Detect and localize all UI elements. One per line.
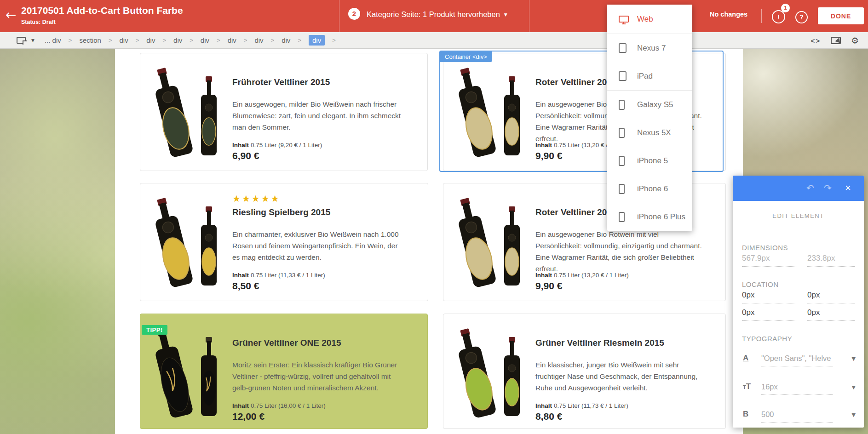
breadcrumb-node[interactable]: div: [146, 36, 155, 44]
tablet-icon: [619, 43, 627, 53]
chevron-down-icon[interactable]: ▼: [852, 356, 856, 362]
product-description[interactable]: Ein ausgewogen, milder Bio Weißwein nach…: [232, 98, 401, 133]
chevron-right-icon: >: [332, 37, 336, 44]
product-title[interactable]: Roter Veltliner 2015: [535, 207, 616, 217]
divider: [339, 0, 339, 32]
chevron-right-icon: >: [271, 37, 275, 44]
inspect-element-icon[interactable]: [831, 37, 841, 44]
back-button[interactable]: ←: [6, 7, 16, 23]
changes-status: No changes: [710, 11, 747, 18]
typography-section-label: TYPOGRAPHY: [742, 335, 792, 343]
device-label: iPhone 6 Plus: [637, 212, 685, 222]
rating-stars-icon: ★★★★★: [232, 193, 281, 204]
location-y-input[interactable]: 0px: [807, 291, 855, 303]
product-description[interactable]: Moritz sein Erster: Ein klassisch kräfti…: [232, 359, 397, 394]
font-family-select[interactable]: "Open Sans", "Helve: [761, 354, 833, 366]
breadcrumb-node[interactable]: div: [254, 36, 263, 44]
code-editor-icon[interactable]: <>: [811, 37, 821, 45]
select-mode-icon[interactable]: [17, 37, 26, 44]
chevron-right-icon: >: [69, 37, 72, 44]
font-weight-row: B 500 ▼: [733, 409, 864, 423]
location-section-label: LOCATION: [742, 280, 779, 288]
product-price[interactable]: 8,80 €: [535, 411, 562, 422]
breadcrumb-node[interactable]: div: [282, 36, 290, 44]
font-size-select[interactable]: 16px: [761, 383, 833, 395]
close-icon[interactable]: ×: [845, 182, 851, 194]
meta-label: Inhalt: [232, 142, 249, 148]
breadcrumb-node[interactable]: div: [120, 36, 128, 44]
product-meta: Inhalt0.75 Liter (11,73 € / 1 Liter): [535, 402, 628, 409]
product-card-highlighted[interactable]: TIPP! Grüner Veltliner ONE 2015 Moritz s…: [140, 314, 428, 429]
meta-value: 0.75 Liter (13,20 € / 1 Liter): [554, 272, 629, 279]
product-card[interactable]: Grüner Veltliner Riesmein 2015 Ein klass…: [443, 314, 726, 429]
chevron-right-icon: >: [190, 37, 193, 44]
product-price[interactable]: 9,90 €: [535, 280, 562, 291]
wine-bottles-image: [144, 326, 231, 423]
chevron-down-icon[interactable]: ▼: [852, 412, 856, 418]
device-option-iphone-5[interactable]: iPhone 5: [607, 147, 692, 175]
product-meta: Inhalt0.75 Liter (16,00 € / 1 Liter): [232, 402, 326, 409]
device-option-iphone-6[interactable]: iPhone 6: [607, 175, 692, 203]
location-x2-input[interactable]: 0px: [742, 308, 797, 321]
redo-icon[interactable]: ↷: [824, 182, 832, 194]
product-meta: Inhalt0.75 Liter (13,20 € / 1 Liter): [535, 272, 629, 279]
device-option-galaxy-s5[interactable]: Galaxy S5: [607, 91, 692, 119]
product-description[interactable]: Ein ausgewogener Bio Rotwein mit viel Pe…: [535, 228, 702, 274]
wine-bottles-image: [447, 195, 535, 292]
breadcrumb-toolbar: <> ⚙: [811, 32, 859, 49]
product-card[interactable]: Frühroter Veltliner 2015 Ein ausgewogen,…: [140, 53, 428, 171]
location-y2-input[interactable]: 0px: [807, 308, 855, 321]
notification-count-badge: 1: [781, 4, 790, 12]
device-option-iphone-6-plus[interactable]: iPhone 6 Plus: [607, 203, 692, 231]
product-title[interactable]: Frühroter Veltliner 2015: [232, 77, 330, 87]
breadcrumb-node[interactable]: ... div: [45, 36, 61, 44]
product-title[interactable]: Riesling Spielberg 2015: [232, 207, 330, 217]
breadcrumb-node[interactable]: div: [173, 36, 182, 44]
chevron-down-icon[interactable]: ▼: [31, 38, 34, 43]
breadcrumb-node-active[interactable]: div: [309, 35, 325, 46]
device-label: iPhone 5: [637, 156, 668, 166]
wine-bottles-image: [144, 195, 231, 292]
tablet-icon: [619, 71, 627, 81]
device-option-nexus-7[interactable]: Nexus 7: [607, 34, 692, 62]
panel-title: EDIT ELEMENT: [733, 212, 864, 219]
phone-icon: [619, 184, 625, 194]
product-description[interactable]: Ein charmanter, exklusiver Bio Weißwein …: [232, 228, 399, 263]
selected-element-tag: Container <div>: [440, 51, 492, 62]
product-price[interactable]: 8,50 €: [232, 280, 259, 291]
undo-icon[interactable]: ↶: [806, 182, 814, 194]
breadcrumb-node[interactable]: div: [201, 36, 209, 44]
chevron-down-icon[interactable]: ▼: [852, 384, 856, 390]
product-meta: Inhalt0.75 Liter (11,33 € / 1 Liter): [232, 272, 325, 279]
chevron-right-icon: >: [217, 37, 220, 44]
device-option-web[interactable]: Web: [607, 5, 692, 34]
device-option-nexus-5x[interactable]: Nexus 5X: [607, 119, 692, 147]
product-title[interactable]: Grüner Veltliner ONE 2015: [232, 338, 341, 348]
product-price[interactable]: 6,90 €: [232, 150, 259, 161]
done-button[interactable]: DONE: [818, 7, 864, 24]
font-weight-select[interactable]: 500: [761, 410, 833, 423]
product-price[interactable]: 12,00 €: [232, 411, 264, 422]
monitor-icon: [619, 16, 629, 23]
dimensions-section-label: DIMENSIONS: [742, 244, 788, 251]
width-input[interactable]: 567.9px: [742, 254, 797, 267]
meta-label: Inhalt: [232, 402, 249, 409]
gear-icon[interactable]: ⚙: [851, 35, 859, 46]
device-option-ipad[interactable]: iPad: [607, 62, 692, 90]
divider: [761, 9, 762, 23]
breadcrumb-node[interactable]: div: [228, 36, 236, 44]
meta-value: 0.75 Liter (11,73 € / 1 Liter): [554, 402, 628, 409]
device-label: iPhone 6: [637, 184, 668, 194]
notifications-icon[interactable]: !: [772, 10, 785, 23]
product-title[interactable]: Grüner Veltliner Riesmein 2015: [535, 338, 664, 348]
location-x-input[interactable]: 0px: [742, 291, 797, 303]
variation-selector[interactable]: Kategorie Seite: 1 Produkt hervorheben▼: [367, 10, 507, 19]
product-card[interactable]: ★★★★★ Riesling Spielberg 2015 Ein charma…: [140, 183, 428, 301]
height-input[interactable]: 233.8px: [807, 254, 855, 267]
panel-header: ↶ ↷ ×: [733, 176, 864, 201]
help-icon[interactable]: ?: [795, 11, 808, 23]
editor-top-bar: ← 20170501 Add-to-Cart Button Farbe Stat…: [0, 0, 868, 32]
product-description[interactable]: Ein klassischer, junger Bio Weißwein mit…: [535, 359, 697, 394]
dom-breadcrumb-bar: ▼ ... div > section > div > div > div > …: [0, 32, 868, 49]
breadcrumb-node[interactable]: section: [79, 36, 101, 44]
